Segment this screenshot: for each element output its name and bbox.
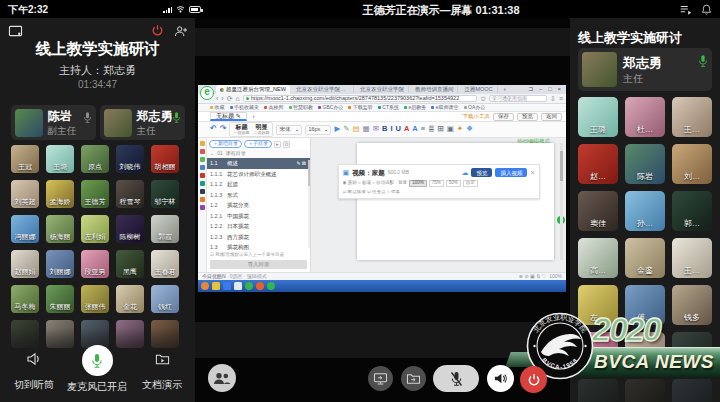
participant-tile[interactable]: 王冠 [11,145,39,173]
video-size: 900.2 MB [388,170,409,176]
browser-nav-bar: ‹ › ⟳ ⌂ https://mooc1-1.chaoxing.com/edi… [198,94,566,104]
participant-tile[interactable]: 王璐 [578,97,618,137]
participant-name: 马冬梅 [11,302,39,312]
participant-tile[interactable]: 刘… [672,144,712,184]
participant-tile[interactable]: 王璐 [46,145,74,173]
participant-tile[interactable] [625,379,665,402]
earpiece-button[interactable]: 切到听筒 [6,352,62,392]
outline-row: 1.1.3 形式 ✎⊠ [207,190,310,201]
participant-tile[interactable]: 胡相丽 [151,145,179,173]
participant-tile[interactable]: 杜… [625,97,665,137]
download-tool-link: 下载小工具 [463,113,491,119]
participant-tile[interactable]: 王春君 [151,250,179,278]
mic-toggle-button[interactable]: 麦克风已开启 [64,345,130,394]
forward-icon: › [221,95,223,103]
taskbar-app-icon [223,282,231,290]
outline-row: 1.1.2 起源 ✎⊠ [207,179,310,190]
participant-tile[interactable]: 张丽伟 [81,285,109,313]
participant-tile[interactable]: 刘英超 [11,180,39,208]
mic-icon [91,353,103,369]
participant-tile[interactable]: 刘晓伟 [116,145,144,173]
participant-tile[interactable]: 程雪琴 [116,180,144,208]
participant-tile[interactable]: 赵… [578,144,618,184]
document-folder-icon [155,353,170,366]
participant-tile[interactable]: 冯丽娜 [11,215,39,243]
featured-participant-tile[interactable]: 郑志勇 主任 [100,105,185,140]
video-label: 视频：家题 [352,169,385,176]
participant-tile[interactable]: 赵丽娟 [11,250,39,278]
participant-tile[interactable]: 郭霞 [151,215,179,243]
status-icons [163,5,201,13]
participant-tile[interactable]: 马冬梅 [11,285,39,313]
mic-active-icon [698,54,708,68]
bell-icon[interactable] [701,4,712,15]
participant-tile[interactable]: 王德芳 [81,180,109,208]
share-file-button[interactable] [401,366,426,391]
video-preview-button: 预览 [471,168,492,177]
browser-tab: 北京农业职业学院教学门户 [292,86,354,92]
participant-tile[interactable]: 原点 [81,145,109,173]
participant-role: 副主任 [48,125,77,138]
end-call-button[interactable] [520,366,547,393]
participant-tile[interactable]: 邬宁林 [151,180,179,208]
cloud-icon: ☁ [461,169,468,177]
participant-tile[interactable]: 金花 [116,285,144,313]
speaker-icon [26,352,42,366]
participant-tile[interactable]: 陈柳树 [116,215,144,243]
participant-tile[interactable]: 杨海丽 [46,215,74,243]
participant-tile[interactable]: 刘丽娜 [46,250,74,278]
bookmark-item: 收藏 [210,105,225,111]
participant-tile[interactable]: 王… [672,238,712,278]
featured-participant-tile[interactable]: 陈岩 副主任 [11,105,96,140]
outline-tool-icon: ⧉ [283,141,290,148]
participant-tile[interactable] [578,379,618,402]
outline-row: 1.2 插花分类 ✎⊠ [207,200,310,211]
participant-tile[interactable]: 高… [578,238,618,278]
participant-list-icon[interactable] [679,4,693,15]
participant-tile[interactable]: 钱多 [672,285,712,325]
bookmark-dot [378,106,381,109]
mic-muted-button[interactable] [433,365,479,392]
screen-cast-icon[interactable] [8,25,23,38]
participant-tile[interactable]: 窦佳 [578,191,618,231]
clock-time: 下午2:32 [8,3,48,17]
participant-tile[interactable]: 金銮 [625,238,665,278]
participant-name: 刘… [672,171,712,182]
mic-button-circle[interactable] [82,345,113,376]
featured-participant-tile[interactable]: 郑志勇 主任 [578,48,712,91]
redo-icon: ↷ [220,125,227,134]
participants-button[interactable] [208,364,236,392]
participant-tile[interactable]: 黑鹰 [116,250,144,278]
page-scrollbar [560,143,563,260]
format-icon: ❖ [466,125,473,133]
participant-tile[interactable]: 段亚男 [81,250,109,278]
participant-name: 王… [672,265,712,276]
speaker-button[interactable] [487,365,514,392]
url-text: https://mooc1-1.chaoxing.com/edit/chapte… [251,95,474,101]
meeting-title: 线上教学实施研讨 [0,39,195,60]
participant-tile[interactable]: 孟海娇 [46,180,74,208]
chapter-outline-panel: ＋新增目录 ＋子目录 ▸ ⧉ ⌄ 01 课程目录 1.1 [207,138,311,272]
close-icon: × [530,169,534,177]
power-icon[interactable] [151,24,164,37]
share-screen-button[interactable] [368,366,393,391]
doc-present-button[interactable]: 文档演示 [134,352,190,392]
participant-name: 黑鹰 [116,267,144,277]
participant-tile[interactable]: 孙… [625,191,665,231]
participant-name: 金銮 [625,265,665,276]
outline-row: 1.2.3 西方插花 ✎⊠ [207,232,310,243]
participant-tile[interactable]: 王… [672,97,712,137]
participant-tile[interactable]: 陈岩 [625,144,665,184]
participant-tile[interactable] [672,379,712,402]
side-app-icon [200,157,205,162]
participant-tile[interactable]: 朱丽丽 [46,285,74,313]
bookmark-item: 手机收藏夹 [230,105,260,111]
participant-name: 刘英超 [11,197,39,207]
side-app-icon [200,205,205,210]
participant-tile[interactable]: 郭… [672,191,712,231]
add-person-icon[interactable] [173,25,188,37]
participant-tile[interactable]: 钱红 [151,285,179,313]
format-icon: A [404,125,409,133]
participant-name: 钱多 [672,312,712,323]
participant-tile[interactable]: 左利娟 [81,215,109,243]
